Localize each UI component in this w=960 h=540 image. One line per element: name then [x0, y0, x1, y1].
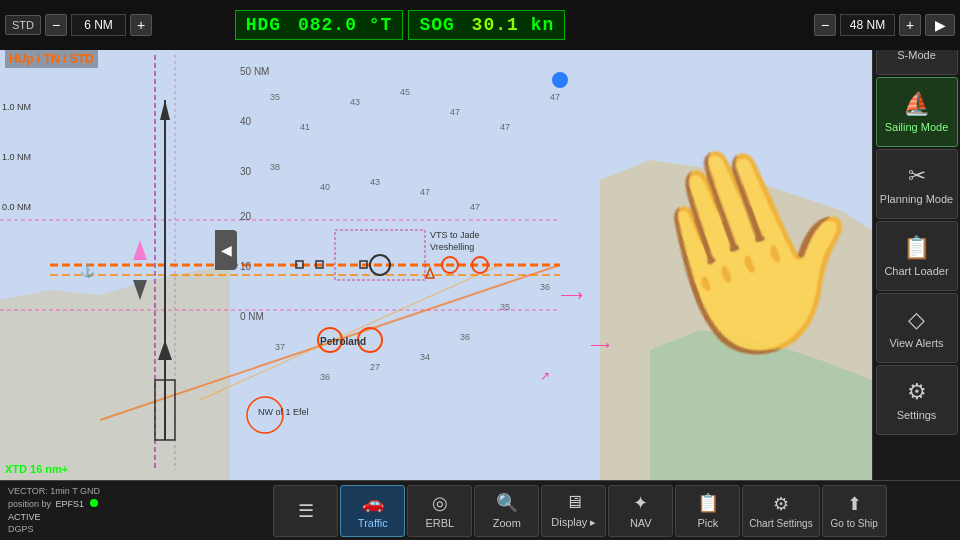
- zoom-level-left: 6 NM: [71, 14, 126, 36]
- svg-text:⟶: ⟶: [590, 337, 610, 353]
- nav-label: NAV: [630, 517, 652, 529]
- svg-text:0.0 NM: 0.0 NM: [2, 202, 31, 212]
- hdg-value: 082.0: [298, 15, 357, 35]
- chart-settings-label: Chart Settings: [749, 518, 812, 529]
- pick-button[interactable]: 📋 Pick: [675, 485, 740, 537]
- toolbar-left-info: VECTOR: 1min T GND position by EPFS1 ACT…: [0, 481, 200, 539]
- svg-text:34: 34: [420, 352, 430, 362]
- zoom-plus-left[interactable]: +: [130, 14, 152, 36]
- sog-label: SOG: [419, 15, 454, 35]
- sog-display: SOG 30.1 kn: [408, 10, 565, 40]
- toolbar-buttons: ☰ 🚗 Traffic ◎ ERBL 🔍 Zoom 🖥 Display ▸ ✦ …: [200, 485, 960, 537]
- menu-icon: ☰: [298, 500, 314, 522]
- std-button[interactable]: STD: [5, 15, 41, 35]
- position-info: position by EPFS1: [8, 498, 192, 511]
- svg-rect-56: [335, 230, 425, 280]
- zoom-button[interactable]: 🔍 Zoom: [474, 485, 539, 537]
- erbl-label: ERBL: [425, 517, 454, 529]
- svg-marker-58: [426, 268, 434, 278]
- svg-text:1.0 NM: 1.0 NM: [2, 102, 31, 112]
- right-sidebar: 🖥 S-Mode ⛵ Sailing Mode ✂ Planning Mode …: [872, 0, 960, 480]
- svg-point-16: [552, 72, 568, 88]
- next-btn[interactable]: ▶: [925, 14, 955, 36]
- svg-rect-54: [316, 261, 323, 268]
- svg-text:⟶: ⟶: [560, 286, 583, 303]
- chart-loader-icon: 📋: [903, 235, 930, 261]
- svg-text:Vreshelling: Vreshelling: [430, 242, 474, 252]
- svg-text:37: 37: [275, 342, 285, 352]
- display-icon: 🖥: [565, 492, 583, 513]
- svg-text:41: 41: [300, 122, 310, 132]
- svg-rect-0: [0, 0, 872, 480]
- sidebar-settings[interactable]: ⚙ Settings: [876, 365, 958, 435]
- zoom-plus-right[interactable]: +: [899, 14, 921, 36]
- planning-mode-label: Planning Mode: [880, 193, 953, 205]
- svg-point-12: [472, 257, 488, 273]
- svg-text:36: 36: [320, 372, 330, 382]
- goto-ship-icon: ⬆: [847, 493, 862, 515]
- svg-text:38: 38: [270, 162, 280, 172]
- svg-text:27: 27: [370, 362, 380, 372]
- sidebar-sailing-mode[interactable]: ⛵ Sailing Mode: [876, 77, 958, 147]
- pick-label: Pick: [697, 517, 718, 529]
- svg-text:36: 36: [460, 332, 470, 342]
- svg-text:10: 10: [240, 261, 252, 272]
- traffic-button[interactable]: 🚗 Traffic: [340, 485, 405, 537]
- svg-text:⚓: ⚓: [80, 263, 95, 278]
- zoom-minus-right[interactable]: −: [814, 14, 836, 36]
- header-left: STD − 6 NM +: [0, 14, 220, 36]
- settings-icon: ⚙: [907, 379, 927, 405]
- svg-point-11: [442, 257, 458, 273]
- svg-rect-53: [296, 261, 303, 268]
- header-right: − 48 NM + ▶: [580, 14, 960, 36]
- planning-mode-icon: ✂: [908, 163, 926, 189]
- map-area[interactable]: 50 NM 40 30 20 10 0 NM Petroland VTS to …: [0, 0, 872, 480]
- svg-marker-1: [600, 160, 872, 480]
- map-background: 50 NM 40 30 20 10 0 NM Petroland VTS to …: [0, 0, 872, 480]
- zoom-icon: 🔍: [496, 492, 518, 514]
- erbl-button[interactable]: ◎ ERBL: [407, 485, 472, 537]
- position-label: position by: [8, 499, 51, 509]
- sidebar-chart-loader[interactable]: 📋 Chart Loader: [876, 221, 958, 291]
- xtd-label: XTD 16 nm+: [5, 463, 68, 475]
- svg-marker-17: [133, 240, 147, 260]
- pick-icon: 📋: [697, 492, 719, 514]
- nav-icon: ✦: [633, 492, 648, 514]
- svg-point-15: [247, 397, 283, 433]
- view-alerts-label: View Alerts: [889, 337, 943, 349]
- sidebar-planning-mode[interactable]: ✂ Planning Mode: [876, 149, 958, 219]
- svg-rect-55: [360, 261, 367, 268]
- svg-text:30: 30: [240, 166, 252, 177]
- svg-text:Petroland: Petroland: [320, 336, 366, 347]
- svg-line-8: [100, 265, 560, 420]
- sog-unit: kn: [531, 15, 555, 35]
- left-panel-toggle[interactable]: ◀: [215, 230, 237, 270]
- vector-info: VECTOR: 1min T GND: [8, 485, 192, 498]
- svg-text:43: 43: [370, 177, 380, 187]
- dgps-label: DGPS: [8, 523, 192, 536]
- sidebar-view-alerts[interactable]: ◇ View Alerts: [876, 293, 958, 363]
- erbl-icon: ◎: [432, 492, 448, 514]
- svg-text:1.0 NM: 1.0 NM: [2, 152, 31, 162]
- header-center: HDG 082.0 °T SOG 30.1 kn: [220, 10, 580, 40]
- active-label: ACTIVE: [8, 512, 41, 522]
- zoom-minus-left[interactable]: −: [45, 14, 67, 36]
- svg-text:47: 47: [470, 202, 480, 212]
- zoom-level-right: 48 NM: [840, 14, 895, 36]
- hdg-label: HDG: [246, 15, 281, 35]
- svg-text:VTS to Jade: VTS to Jade: [430, 230, 480, 240]
- svg-text:43: 43: [350, 97, 360, 107]
- svg-point-13: [318, 328, 342, 352]
- goto-ship-button[interactable]: ⬆ Go to Ship: [822, 485, 887, 537]
- menu-button[interactable]: ☰: [273, 485, 338, 537]
- svg-marker-3: [650, 330, 872, 480]
- display-label: Display ▸: [551, 516, 596, 529]
- hdg-display: HDG 082.0 °T: [235, 10, 404, 40]
- display-button[interactable]: 🖥 Display ▸: [541, 485, 606, 537]
- svg-line-9: [200, 265, 500, 400]
- svg-text:45: 45: [400, 87, 410, 97]
- chart-settings-button[interactable]: ⚙ Chart Settings: [742, 485, 819, 537]
- hdg-unit: °T: [369, 15, 393, 35]
- nav-button[interactable]: ✦ NAV: [608, 485, 673, 537]
- svg-text:35: 35: [500, 302, 510, 312]
